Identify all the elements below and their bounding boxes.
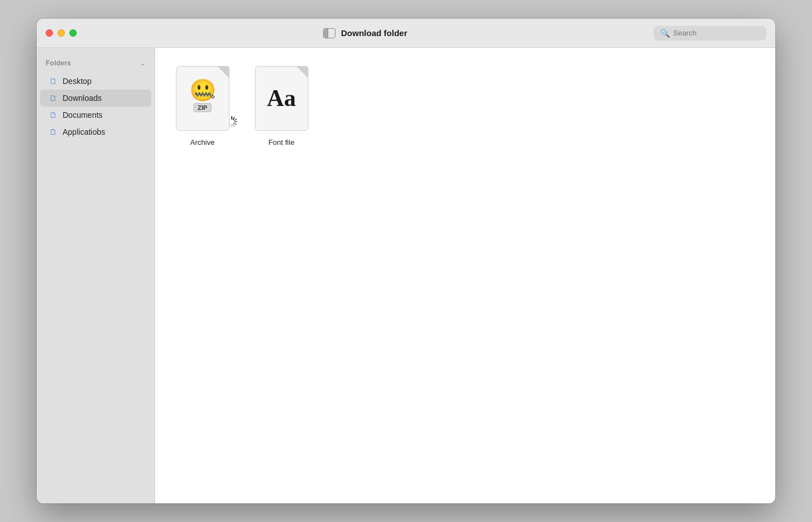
sidebar-item-desktop[interactable]: 🗋 Desktop: [40, 73, 151, 90]
main-content: Folders ⌄ 🗋 Desktop 🗋 Downloads 🗋 Docume…: [37, 48, 775, 503]
sidebar-item-label: Downloads: [63, 94, 102, 103]
titlebar-center: Download folder: [77, 28, 654, 38]
font-file-icon: Aa: [255, 66, 308, 131]
sidebar-item-applications[interactable]: 🗋 Applicatiobs: [40, 123, 151, 140]
sidebar-section-label: Folders: [46, 59, 71, 67]
svg-line-2: [235, 120, 236, 121]
file-name-archive: Archive: [190, 138, 214, 147]
file-item-font[interactable]: Aa Font file: [248, 61, 315, 147]
sidebar-section-header: Folders ⌄: [37, 57, 155, 73]
file-icon-wrapper-font: Aa: [250, 61, 312, 135]
sidebar-toggle-icon[interactable]: [323, 28, 336, 38]
svg-line-1: [233, 117, 235, 120]
search-input[interactable]: [673, 29, 752, 37]
search-icon: 🔍: [660, 29, 670, 38]
file-icon-wrapper-archive: 🤐 ZIP: [171, 61, 233, 135]
titlebar: Download folder 🔍: [37, 19, 775, 48]
loading-spinner: [226, 116, 238, 130]
file-name-font: Font file: [268, 138, 294, 147]
file-item-archive[interactable]: 🤐 ZIP: [169, 61, 236, 147]
svg-line-7: [230, 124, 231, 126]
svg-line-4: [234, 123, 236, 125]
maximize-button[interactable]: [69, 29, 77, 37]
search-bar[interactable]: 🔍: [654, 26, 766, 41]
file-icon: 🗋: [49, 110, 57, 120]
window-title: Download folder: [341, 28, 408, 38]
file-area: 🤐 ZIP: [155, 48, 775, 503]
svg-line-5: [233, 124, 235, 126]
sidebar-item-label: Desktop: [63, 77, 91, 86]
close-button[interactable]: [46, 29, 53, 37]
zip-badge: ZIP: [193, 103, 211, 112]
font-aa-text: Aa: [267, 85, 295, 112]
file-icon: 🗋: [49, 77, 57, 86]
zipper-icon: 🤐: [189, 79, 216, 101]
file-icon: 🗋: [49, 127, 57, 136]
sidebar-item-label: Applicatiobs: [63, 127, 105, 136]
sidebar: Folders ⌄ 🗋 Desktop 🗋 Downloads 🗋 Docume…: [37, 48, 155, 503]
spinner-svg: [226, 116, 238, 128]
sidebar-item-downloads[interactable]: 🗋 Downloads: [40, 90, 151, 107]
traffic-lights: [46, 29, 77, 37]
minimize-button[interactable]: [58, 29, 65, 37]
file-icon: 🗋: [49, 94, 57, 103]
sidebar-item-documents[interactable]: 🗋 Documents: [40, 107, 151, 123]
zip-file-icon: 🤐 ZIP: [176, 66, 230, 131]
sidebar-item-label: Documents: [63, 110, 103, 120]
collapse-icon[interactable]: ⌄: [140, 59, 145, 67]
finder-window: Download folder 🔍 Folders ⌄ 🗋 Desktop 🗋 …: [37, 19, 775, 503]
